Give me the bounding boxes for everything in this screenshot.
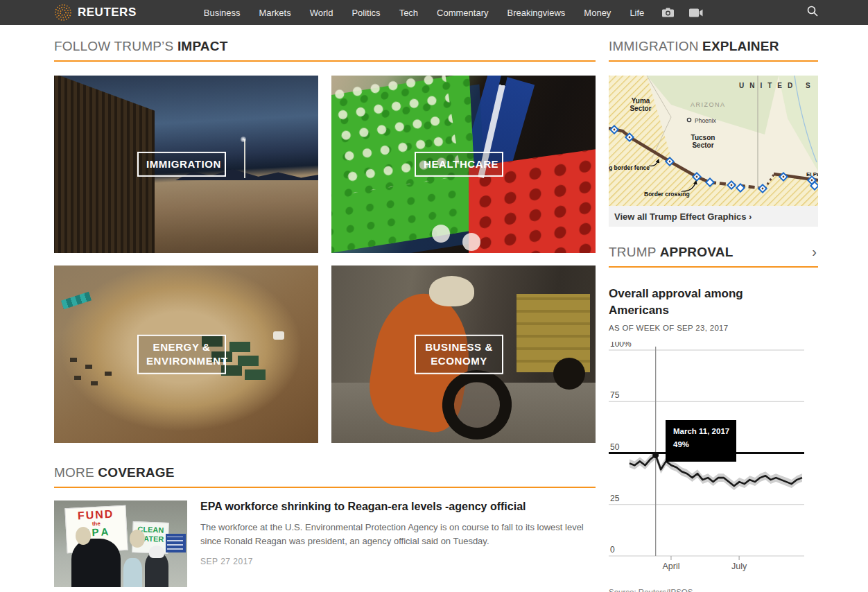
micro-tubes-photo-shape (432, 225, 450, 243)
map-label-tucson-1: Tucson (691, 134, 715, 141)
search-icon[interactable] (807, 6, 818, 19)
nav-item-tech[interactable]: Tech (399, 8, 418, 18)
chart-source: Source: Reuters/IPSOS (609, 588, 818, 592)
map-label-el-paso: El Pa (806, 171, 818, 177)
tile-healthcare[interactable]: HEALTHCARE (331, 76, 596, 253)
nav-item-world[interactable]: World (310, 8, 333, 18)
chart-subtitle: AS OF WEEK OF SEP 23, 2017 (609, 324, 818, 332)
impact-heading-light: FOLLOW TRUMP’S (54, 39, 177, 53)
explainer-heading-bold: EXPLAINER (702, 39, 779, 53)
reuters-logo[interactable]: REUTERS (54, 3, 137, 21)
map-label-phoenix: Phoenix (695, 117, 716, 124)
svg-text:100%: 100% (610, 342, 632, 349)
tile-label-energy: ENERGY & ENVIRONMENT (137, 335, 226, 374)
approval-chevron-icon[interactable]: › (812, 245, 817, 259)
nav-item-markets[interactable]: Markets (259, 8, 290, 18)
video-camera-icon[interactable] (689, 8, 703, 17)
beanie-photo-shape (149, 546, 164, 558)
approval-chart: 100%7550250 AprilJuly March 11, 2017 49% (609, 342, 818, 577)
article-text: EPA workforce shrinking to Reagan-era le… (200, 500, 596, 587)
immigration-border-map[interactable]: UNITED S Yuma Sector ARIZONA Phoenix Tuc… (609, 76, 818, 206)
tooltip-value: 49% (673, 440, 736, 449)
explainer-section-heading: IMMIGRATION EXPLAINER (609, 39, 818, 62)
map-label-yuma-1: Yuma (632, 97, 650, 105)
svg-text:25: 25 (610, 493, 620, 503)
tile-label-immigration: IMMIGRATION (137, 152, 226, 177)
yellow-truck-photo-shape (517, 294, 591, 372)
nav-item-commentary[interactable]: Commentary (437, 8, 488, 18)
camera-icon[interactable] (662, 8, 674, 17)
coverage-heading-bold: COVERAGE (98, 465, 174, 480)
protester-photo-shape (145, 552, 169, 587)
impact-tiles: IMMIGRATION HEALTHCARE ENERGY & ENVIRONM… (54, 76, 596, 443)
white-tent-photo-shape (273, 331, 284, 340)
view-all-graphics-link[interactable]: View all Trump Effect Graphics › (609, 206, 818, 227)
coverage-section-heading: MORE COVERAGE (54, 465, 596, 488)
tile-energy-environment[interactable]: ENERGY & ENVIRONMENT (54, 265, 318, 443)
reuters-emblem-icon (54, 3, 72, 21)
article-thumbnail[interactable]: FUND the EPA CLEAN WATER (54, 500, 187, 587)
tile-label-healthcare: HEALTHCARE (415, 152, 503, 177)
map-label-yuma-2: Sector (630, 105, 651, 112)
nav-item-politics[interactable]: Politics (351, 8, 380, 18)
chart-title: Overall approval among Americans (609, 286, 768, 319)
coverage-heading-light: MORE (54, 465, 98, 480)
brand-name[interactable]: REUTERS (78, 6, 137, 19)
map-label-border-fence: g border fence (609, 164, 650, 171)
svg-text:April: April (662, 561, 679, 571)
tile-label-business: BUSINESS & ECONOMY (415, 335, 503, 374)
tile-immigration[interactable]: IMMIGRATION (54, 76, 318, 253)
sidebar: IMMIGRATION EXPLAINER (609, 39, 818, 592)
svg-text:50: 50 (610, 442, 620, 451)
chart-tooltip: March 11, 2017 49% (666, 420, 736, 462)
svg-text:75: 75 (610, 390, 620, 400)
article-summary: The workforce at the U.S. Environmental … (200, 521, 596, 548)
svg-text:July: July (731, 561, 747, 571)
tile-business-economy[interactable]: BUSINESS & ECONOMY (331, 265, 596, 443)
tooltip-date: March 11, 2017 (673, 427, 736, 435)
explainer-heading-light: IMMIGRATION (609, 39, 702, 53)
hard-hat-photo-shape (429, 276, 474, 306)
top-navbar: REUTERS Business Markets World Politics … (0, 0, 868, 25)
pumpjacks-photo-shape (70, 358, 77, 362)
impact-heading-bold: IMPACT (177, 39, 228, 53)
nav-item-breakingviews[interactable]: Breakingviews (507, 8, 566, 18)
protest-sign-blue (166, 534, 186, 553)
svg-text:0: 0 (610, 545, 615, 555)
map-label-tucson-2: Sector (692, 141, 713, 149)
impact-section-heading: FOLLOW TRUMP’S IMPACT (54, 39, 596, 62)
map-label-united-states: UNITED S (739, 82, 816, 89)
light-pole-photo-shape (244, 139, 245, 178)
phoenix-city-marker (687, 118, 691, 121)
approval-heading-light: TRUMP (609, 245, 660, 259)
truck-wheel-photo-shape (553, 358, 585, 390)
protester-photo-shape (71, 539, 121, 587)
article-epa: FUND the EPA CLEAN WATER EPA workforce s… (54, 500, 596, 587)
map-label-border-crossing: Border crossing (644, 191, 690, 198)
map-label-arizona: ARIZONA (691, 101, 726, 108)
protester-photo-shape (123, 558, 142, 588)
axis-layer: AprilJuly (662, 556, 747, 571)
light-glow-photo-shape (241, 137, 246, 142)
article-headline[interactable]: EPA workforce shrinking to Reagan-era le… (200, 500, 596, 513)
approval-heading-bold: APPROVAL (660, 245, 734, 259)
main-column: FOLLOW TRUMP’S IMPACT IMMIGRATION HEALTH… (54, 39, 596, 592)
approval-section-heading: TRUMP APPROVAL › (609, 245, 818, 268)
article-date: SEP 27 2017 (200, 557, 596, 566)
mittens-photo-shape (76, 527, 91, 545)
main-nav: Business Markets World Politics Tech Com… (204, 8, 645, 18)
nav-item-business[interactable]: Business (204, 8, 241, 18)
nav-item-money[interactable]: Money (584, 8, 611, 18)
nav-item-life[interactable]: Life (630, 8, 644, 18)
